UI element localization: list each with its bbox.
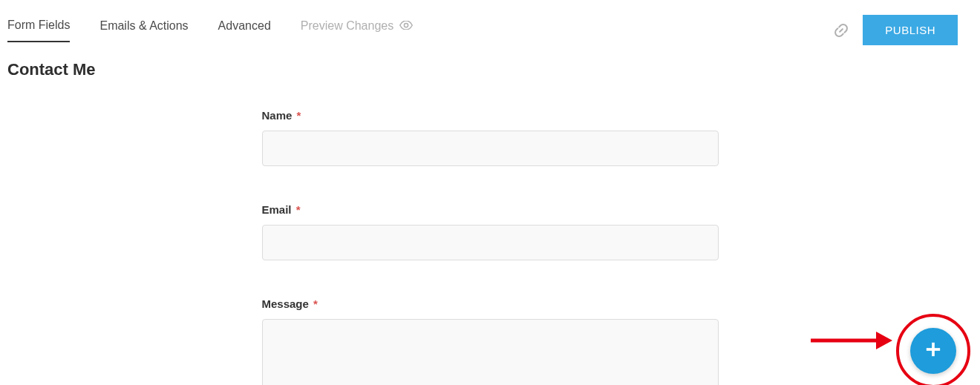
header-actions: PUBLISH bbox=[833, 15, 958, 45]
name-input[interactable] bbox=[262, 131, 719, 166]
link-icon[interactable] bbox=[833, 22, 849, 39]
label-text: Name bbox=[262, 109, 293, 122]
tab-label: Emails & Actions bbox=[99, 19, 188, 33]
email-input[interactable] bbox=[262, 225, 719, 260]
form-builder-canvas: Name * Email * Message * bbox=[262, 109, 719, 385]
plus-icon bbox=[925, 341, 941, 361]
field-label: Message * bbox=[262, 297, 318, 310]
svg-rect-2 bbox=[927, 348, 940, 351]
tab-label: Advanced bbox=[218, 19, 271, 33]
field-label: Name * bbox=[262, 109, 301, 122]
tab-advanced[interactable]: Advanced bbox=[218, 19, 271, 42]
header-bar: Form Fields Emails & Actions Advanced Pr… bbox=[0, 0, 980, 45]
svg-point-0 bbox=[405, 23, 408, 27]
page-title: Contact Me bbox=[0, 45, 980, 79]
label-text: Email bbox=[262, 203, 292, 216]
message-input[interactable] bbox=[262, 319, 719, 385]
required-mark: * bbox=[296, 203, 301, 216]
required-mark: * bbox=[297, 109, 301, 122]
required-mark: * bbox=[313, 297, 318, 310]
tab-label: Preview Changes bbox=[301, 19, 393, 33]
tab-label: Form Fields bbox=[7, 19, 70, 32]
field-email[interactable]: Email * bbox=[262, 203, 719, 260]
tab-form-fields[interactable]: Form Fields bbox=[7, 19, 70, 42]
field-label: Email * bbox=[262, 203, 301, 216]
publish-label: PUBLISH bbox=[885, 24, 935, 36]
tab-preview-changes[interactable]: Preview Changes bbox=[301, 19, 413, 42]
svg-marker-4 bbox=[876, 332, 892, 349]
tabs: Form Fields Emails & Actions Advanced Pr… bbox=[7, 19, 413, 42]
add-field-button[interactable] bbox=[910, 328, 956, 374]
label-text: Message bbox=[262, 297, 309, 310]
field-name[interactable]: Name * bbox=[262, 109, 719, 166]
eye-icon bbox=[399, 19, 413, 33]
tab-emails-actions[interactable]: Emails & Actions bbox=[99, 19, 188, 42]
publish-button[interactable]: PUBLISH bbox=[863, 15, 958, 45]
annotation-arrow-icon bbox=[811, 330, 892, 354]
field-message[interactable]: Message * bbox=[262, 297, 719, 385]
